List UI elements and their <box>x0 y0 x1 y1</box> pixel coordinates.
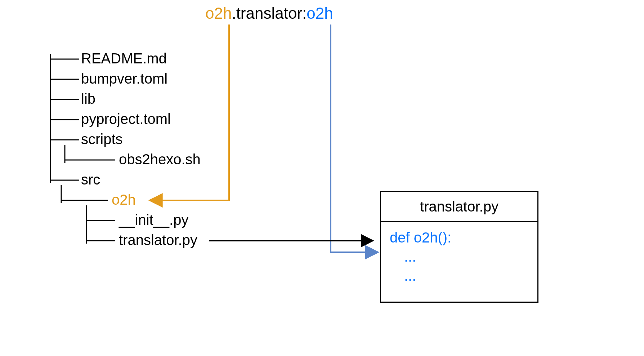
heading-package: o2h <box>205 4 232 22</box>
tree-item-o2h: o2h <box>112 192 136 208</box>
heading-middle: .translator: <box>232 4 307 22</box>
code-line-def: def o2h(): <box>390 230 529 246</box>
tree-item-translator: translator.py <box>119 232 197 248</box>
diagram-canvas: o2h.translator:o2h README.md bumpver.tom… <box>0 0 644 356</box>
code-file-title: translator.py <box>381 192 537 222</box>
code-line-ellipsis-2: ... <box>390 268 529 284</box>
code-file-box: translator.py def o2h(): ... ... <box>380 191 538 303</box>
heading-function: o2h <box>307 4 333 22</box>
tree-item-bumpver: bumpver.toml <box>81 71 167 87</box>
tree-item-readme: README.md <box>81 50 167 67</box>
tree-item-init: __init__.py <box>119 212 188 228</box>
tree-item-obs2hexo: obs2hexo.sh <box>119 151 201 168</box>
code-file-body: def o2h(): ... ... <box>381 222 537 302</box>
tree-item-lib: lib <box>81 91 95 107</box>
module-path-heading: o2h.translator:o2h <box>205 4 333 22</box>
tree-item-pyproject: pyproject.toml <box>81 111 171 127</box>
code-line-ellipsis-1: ... <box>390 249 529 265</box>
tree-item-src: src <box>81 172 100 188</box>
tree-item-scripts: scripts <box>81 131 123 147</box>
